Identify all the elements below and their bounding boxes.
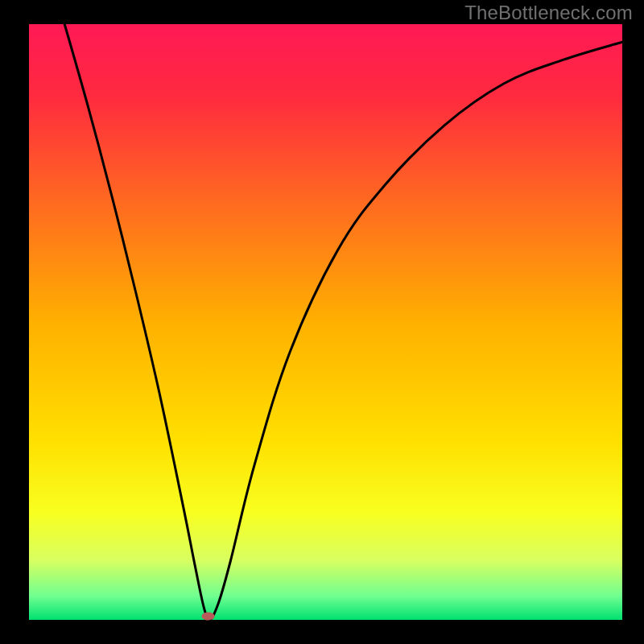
watermark-text: TheBottleneck.com — [464, 2, 633, 24]
plot-area — [29, 24, 622, 620]
bottleneck-chart — [0, 0, 644, 644]
optimum-marker — [202, 613, 215, 621]
chart-frame: TheBottleneck.com — [0, 0, 644, 644]
